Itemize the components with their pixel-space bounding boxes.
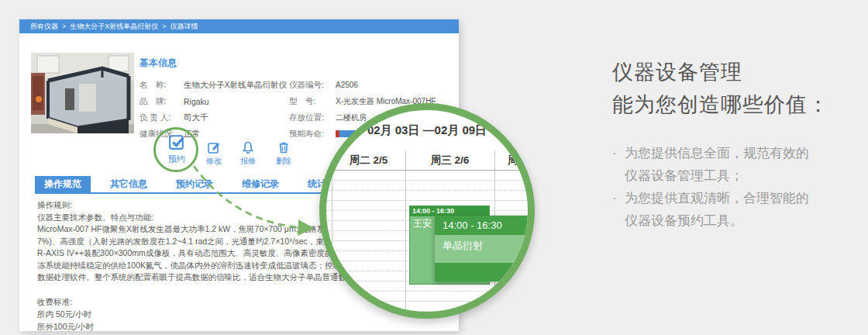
field-label-location: 存放位置: <box>289 112 336 123</box>
bullet-line: 为您提供直观清晰，合理智能的 <box>625 187 809 209</box>
reservation-popup: 14:00 - 16:30 单晶衍射 编辑 取消 <box>435 216 535 281</box>
basic-info-title: 基本信息 <box>140 57 436 70</box>
marketing-heading: 仪器设备管理 能为您创造哪些价值： <box>612 56 868 121</box>
fee-external: 所外100元/小时 <box>37 320 94 333</box>
repair-button[interactable]: 报修 <box>231 140 265 167</box>
popup-title: 单晶衍射 <box>435 235 535 263</box>
info-row: 名 称: 生物大分子X射线单晶衍射仪 仪器编号: A2506 <box>140 77 436 93</box>
repair-label: 报修 <box>231 156 265 167</box>
bullet-text: 为您提供信息全面，规范有效的 仪器设备管理工具； <box>625 142 809 187</box>
calendar-grid-row <box>326 171 528 181</box>
modify-label: 修改 <box>197 156 231 167</box>
breadcrumb-separator: > <box>162 22 166 30</box>
popup-edit-button[interactable]: 编辑 <box>517 267 535 278</box>
field-value-location: 二楼机房 <box>336 112 367 123</box>
field-label-name: 名 称: <box>140 80 184 91</box>
reserve-label: 预约 <box>157 154 196 165</box>
marketing-bullet: · 为您提供信息全面，规范有效的 仪器设备管理工具； <box>612 142 868 187</box>
marketing-panel: 仪器设备管理 能为您创造哪些价值： · 为您提供信息全面，规范有效的 仪器设备管… <box>612 56 868 232</box>
fee-standard-section: 收费标准: 所内 50元/小时 所外100元/小时 <box>37 295 94 333</box>
breadcrumb-instrument[interactable]: 生物大分子X射线单晶衍射仪 <box>70 22 158 32</box>
breadcrumb-current-page: 仪器详情 <box>170 22 198 32</box>
field-value-manager: 司大千 <box>184 112 289 123</box>
tab-repair-records[interactable]: 维修记录 <box>232 176 288 192</box>
bullet-dot: · <box>612 142 625 187</box>
tab-reservation-records[interactable]: 预约记录 <box>167 176 222 192</box>
field-value-serial: A2506 <box>336 81 358 89</box>
modify-button[interactable]: 修改 <box>197 140 231 167</box>
reserve-button[interactable]: 预约 <box>157 133 196 165</box>
delete-button[interactable]: 删除 <box>267 140 301 167</box>
field-value-brand: Rigaku <box>184 97 289 106</box>
popup-time: 14:00 - 16:30 <box>435 216 535 235</box>
bullet-text: 为您提供直观清晰，合理智能的 仪器设备预约工具。 <box>625 187 809 232</box>
delete-label: 删除 <box>267 156 301 167</box>
calendar-day-header-row: 周二 2/5 周三 2/6 周四 <box>326 150 528 171</box>
field-value-health: 正常 <box>184 129 289 140</box>
tab-other-info[interactable]: 其它信息 <box>101 176 157 192</box>
field-value-name: 生物大分子X射线单晶衍射仪 <box>184 80 289 91</box>
calendar-grid-row <box>326 181 528 191</box>
bullet-line: 仪器设备预约工具。 <box>625 209 809 232</box>
trash-icon <box>277 140 291 154</box>
field-label-serial: 仪器编号: <box>289 80 336 91</box>
magnifier-circle: 02月 03日 —02月 09日 周二 2/5 周三 2/6 周四 14:00 … <box>319 103 535 319</box>
day-header-tue: 周二 2/5 <box>332 150 405 171</box>
field-label-brand: 品 牌: <box>140 96 184 107</box>
bullet-dot: · <box>612 187 625 232</box>
field-label-manager: 负 责 人: <box>140 112 184 123</box>
fee-title: 收费标准: <box>37 295 94 308</box>
bell-icon <box>241 140 255 154</box>
bullet-line: 为您提供信息全面，规范有效的 <box>625 142 809 164</box>
field-label-lifespan: 预期寿命: <box>289 129 336 140</box>
breadcrumb: 所有仪器 > 生物大分子X射线单晶衍射仪 > 仪器详情 <box>19 19 459 33</box>
check-square-icon <box>167 133 187 152</box>
fee-internal: 所内 50元/小时 <box>37 308 94 320</box>
breadcrumb-separator: > <box>62 22 66 30</box>
breadcrumb-all-instruments[interactable]: 所有仪器 <box>30 22 58 32</box>
popup-actions: 编辑 取消 <box>435 263 535 281</box>
tab-operation-rules[interactable]: 操作规范 <box>35 176 91 192</box>
day-header-thu: 周四 <box>494 150 535 171</box>
instrument-photo <box>31 53 134 133</box>
info-row: 品 牌: Rigaku 型 号: X-光发生器 MicroMax-007HF <box>140 93 436 109</box>
day-header-wed: 周三 2/6 <box>405 150 494 171</box>
bullet-line: 仪器设备管理工具； <box>625 164 809 187</box>
marketing-heading-line1: 仪器设备管理 <box>612 56 868 88</box>
edit-icon <box>207 140 221 154</box>
marketing-heading-line2: 能为您创造哪些价值： <box>612 88 868 121</box>
marketing-bullet: · 为您提供直观清晰，合理智能的 仪器设备预约工具。 <box>612 187 868 232</box>
marketing-bullets: · 为您提供信息全面，规范有效的 仪器设备管理工具； · 为您提供直观清晰，合理… <box>612 142 868 232</box>
field-label-model: 型 号: <box>289 96 336 107</box>
calendar-grid-row <box>326 191 528 201</box>
